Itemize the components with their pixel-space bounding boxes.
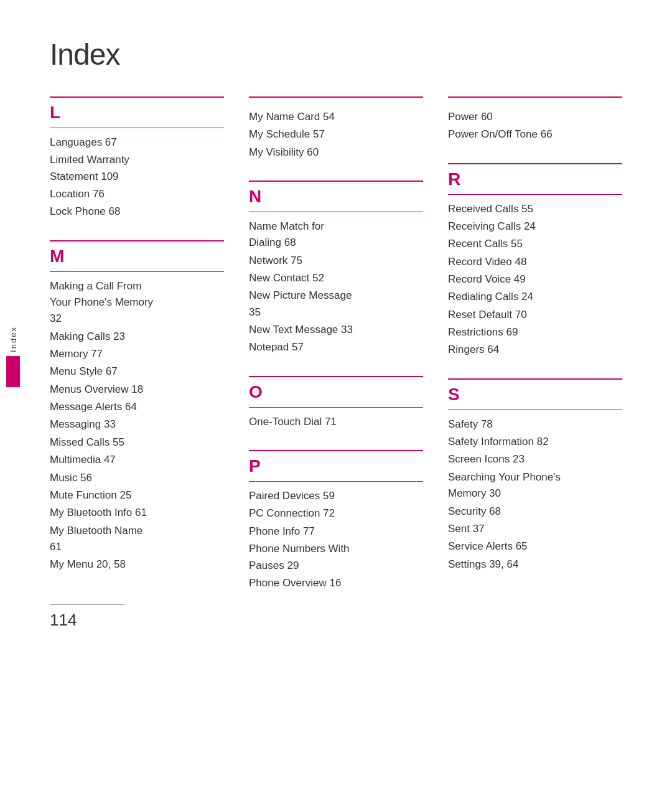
section-P: P Paired Devices 59 PC Connection 72 Pho… bbox=[249, 454, 423, 593]
section-M-cont: My Name Card 54 My Schedule 57 My Visibi… bbox=[249, 100, 423, 162]
entry-record-voice: Record Voice 49 bbox=[448, 271, 622, 288]
entry-missed-calls: Missed Calls 55 bbox=[50, 434, 224, 451]
page-container: Index L Languages 67 Limited WarrantySta… bbox=[0, 0, 672, 649]
entry-safety-information: Safety Information 82 bbox=[448, 434, 622, 450]
entry-pc-connection: PC Connection 72 bbox=[249, 505, 423, 522]
column-2: My Name Card 54 My Schedule 57 My Visibi… bbox=[249, 96, 423, 611]
section-divider-N bbox=[249, 212, 423, 212]
entry-name-match: Name Match forDialing 68 bbox=[249, 218, 423, 251]
entry-power-on-off: Power On/Off Tone 66 bbox=[448, 126, 622, 143]
entry-restrictions: Restrictions 69 bbox=[448, 324, 622, 340]
entry-new-text-message: New Text Message 33 bbox=[249, 322, 423, 338]
section-letter-P: P bbox=[249, 456, 423, 476]
section-divider-before-N bbox=[249, 180, 423, 182]
entry-menu-style: Menu Style 67 bbox=[50, 363, 224, 380]
entry-phone-overview: Phone Overview 16 bbox=[249, 575, 423, 591]
entry-limited-warranty: Limited WarrantyStatement 109 bbox=[50, 152, 224, 185]
entry-new-picture-message: New Picture Message35 bbox=[249, 288, 423, 321]
top-divider-col1 bbox=[50, 96, 224, 98]
entry-service-alerts: Service Alerts 65 bbox=[448, 538, 622, 555]
entry-multimedia: Multimedia 47 bbox=[50, 452, 224, 468]
section-letter-N: N bbox=[249, 187, 423, 207]
entry-my-visibility: My Visibility 60 bbox=[249, 144, 423, 161]
entry-messaging: Messaging 33 bbox=[50, 416, 224, 433]
entry-memory: Memory 77 bbox=[50, 346, 224, 362]
entry-received-calls: Received Calls 55 bbox=[448, 201, 622, 217]
entry-reset-default: Reset Default 70 bbox=[448, 307, 622, 323]
entry-paired-devices: Paired Devices 59 bbox=[249, 488, 423, 504]
section-S: S Safety 78 Safety Information 82 Screen… bbox=[448, 382, 622, 574]
entry-recent-calls: Recent Calls 55 bbox=[448, 236, 622, 252]
side-tab-label: Index bbox=[9, 326, 18, 352]
entry-making-call: Making a Call FromYour Phone's Memory32 bbox=[50, 278, 224, 327]
side-tab-bar bbox=[6, 356, 20, 387]
section-divider-before-P bbox=[249, 450, 423, 451]
section-divider-O bbox=[249, 407, 423, 408]
section-M: M Making a Call FromYour Phone's Memory3… bbox=[50, 244, 224, 574]
column-3: Power 60 Power On/Off Tone 66 R Received… bbox=[448, 96, 622, 611]
section-divider-S bbox=[448, 410, 622, 410]
entry-music: Music 56 bbox=[50, 470, 224, 486]
entry-redialing-calls: Redialing Calls 24 bbox=[448, 289, 622, 305]
column-1: L Languages 67 Limited WarrantyStatement… bbox=[50, 96, 224, 611]
entry-new-contact: New Contact 52 bbox=[249, 270, 423, 286]
entry-my-menu: My Menu 20, 58 bbox=[50, 556, 224, 573]
page-title: Index bbox=[50, 37, 622, 72]
bottom-divider bbox=[50, 604, 124, 605]
entry-notepad: Notepad 57 bbox=[249, 339, 423, 355]
side-tab: Index bbox=[6, 326, 20, 387]
entry-menus-overview: Menus Overview 18 bbox=[50, 382, 224, 398]
section-divider-before-S bbox=[448, 378, 622, 380]
entry-languages: Languages 67 bbox=[50, 134, 224, 151]
entry-my-bluetooth-name: My Bluetooth Name61 bbox=[50, 523, 224, 556]
entry-phone-numbers: Phone Numbers WithPauses 29 bbox=[249, 541, 423, 574]
entry-my-name-card: My Name Card 54 bbox=[249, 109, 423, 125]
section-divider-R bbox=[448, 194, 622, 195]
section-N: N Name Match forDialing 68 Network 75 Ne… bbox=[249, 184, 423, 357]
entry-message-alerts: Message Alerts 64 bbox=[50, 399, 224, 415]
entry-my-schedule: My Schedule 57 bbox=[249, 126, 423, 143]
section-letter-L: L bbox=[50, 103, 224, 123]
section-divider-before-R bbox=[448, 163, 622, 164]
section-letter-O: O bbox=[249, 382, 423, 402]
columns-wrapper: L Languages 67 Limited WarrantyStatement… bbox=[50, 96, 622, 611]
entry-ringers: Ringers 64 bbox=[448, 342, 622, 358]
entry-receiving-calls: Receiving Calls 24 bbox=[448, 218, 622, 235]
entry-security: Security 68 bbox=[448, 504, 622, 520]
entry-safety: Safety 78 bbox=[448, 416, 622, 433]
section-letter-S: S bbox=[448, 385, 622, 405]
entry-location: Location 76 bbox=[50, 186, 224, 202]
section-divider-before-M bbox=[50, 240, 224, 241]
section-L: L Languages 67 Limited WarrantyStatement… bbox=[50, 100, 224, 222]
entry-one-touch-dial: One-Touch Dial 71 bbox=[249, 414, 423, 430]
section-divider-L bbox=[50, 128, 224, 128]
section-O: O One-Touch Dial 71 bbox=[249, 380, 423, 431]
entry-making-calls: Making Calls 23 bbox=[50, 329, 224, 345]
section-R: R Received Calls 55 Receiving Calls 24 R… bbox=[448, 167, 622, 360]
page-number: 114 bbox=[50, 611, 77, 630]
entry-network: Network 75 bbox=[249, 253, 423, 269]
entry-settings: Settings 39, 64 bbox=[448, 556, 622, 573]
section-divider-M bbox=[50, 271, 224, 272]
entry-searching-phone: Searching Your Phone'sMemory 30 bbox=[448, 469, 622, 502]
top-divider-col3 bbox=[448, 96, 622, 98]
section-letter-R: R bbox=[448, 169, 622, 189]
section-divider-before-O bbox=[249, 376, 423, 377]
entry-mute-function: Mute Function 25 bbox=[50, 487, 224, 504]
entry-my-bluetooth-info: My Bluetooth Info 61 bbox=[50, 505, 224, 521]
top-divider-col2 bbox=[249, 96, 423, 98]
entry-power: Power 60 bbox=[448, 109, 622, 125]
section-P-cont: Power 60 Power On/Off Tone 66 bbox=[448, 100, 622, 144]
section-divider-P bbox=[249, 481, 423, 482]
section-letter-M: M bbox=[50, 246, 224, 266]
entry-screen-icons: Screen Icons 23 bbox=[448, 451, 622, 467]
entry-sent: Sent 37 bbox=[448, 521, 622, 537]
entry-lock-phone: Lock Phone 68 bbox=[50, 204, 224, 220]
entry-phone-info: Phone Info 77 bbox=[249, 523, 423, 540]
entry-record-video: Record Video 48 bbox=[448, 254, 622, 270]
